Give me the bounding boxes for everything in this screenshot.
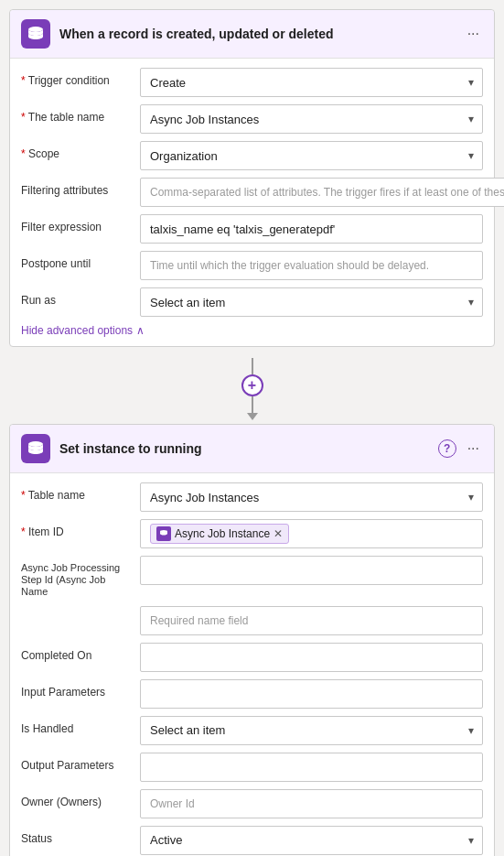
plus-icon: + (248, 377, 256, 394)
filtering-attributes-input[interactable]: Comma-separated list of attributes. The … (140, 178, 504, 207)
async-job-step-row: Async Job Processing Step Id (Async Job … (21, 556, 483, 599)
token-db-icon (156, 526, 171, 541)
run-as-select[interactable]: Select an item (140, 287, 483, 317)
status-select-wrapper: Active (140, 826, 483, 855)
is-handled-row: Is Handled Select an item (21, 716, 483, 745)
run-as-control: Select an item (140, 287, 483, 317)
svg-point-1 (28, 441, 43, 447)
owner-control (140, 789, 483, 818)
connector: + (9, 354, 495, 424)
action-table-name-label: Table name (21, 482, 140, 504)
filtering-attributes-label: Filtering attributes (21, 178, 140, 199)
is-handled-control: Select an item (140, 716, 483, 745)
trigger-header-icon (21, 19, 50, 49)
trigger-table-name-select[interactable]: Async Job Instances (140, 104, 483, 134)
action-table-name-select[interactable]: Async Job Instances (140, 482, 483, 512)
output-parameters-input[interactable] (140, 753, 483, 782)
is-handled-select-wrapper: Select an item (140, 716, 483, 745)
required-name-input[interactable] (140, 606, 483, 635)
action-item-id-row: Item ID Async Job Instance ✕ (21, 519, 483, 548)
action-card-title: Set instance to running (59, 441, 438, 456)
action-card-header: Set instance to running ? ··· (10, 425, 494, 473)
trigger-scope-select[interactable]: Organization (140, 141, 483, 170)
trigger-scope-row: Scope Organization (21, 141, 483, 170)
token-database-icon (159, 529, 168, 538)
status-row: Status Active (21, 826, 483, 855)
trigger-card-header: When a record is created, updated or del… (10, 10, 494, 59)
input-parameters-row: Input Parameters (21, 679, 483, 709)
status-control: Active (140, 826, 483, 855)
trigger-table-name-row: The table name Async Job Instances (21, 104, 483, 134)
is-handled-select[interactable]: Select an item (140, 716, 483, 745)
trigger-condition-select[interactable]: Create (140, 68, 483, 97)
postpone-until-row: Postpone until Time until which the trig… (21, 251, 483, 280)
action-more-button[interactable]: ··· (464, 439, 483, 459)
status-select[interactable]: Active (140, 826, 483, 855)
output-parameters-row: Output Parameters (21, 753, 483, 782)
token-close-button[interactable]: ✕ (273, 528, 283, 539)
filter-expression-input[interactable] (140, 214, 483, 244)
async-job-instance-token: Async Job Instance ✕ (150, 524, 289, 544)
action-table-name-select-wrapper: Async Job Instances (140, 482, 483, 512)
action-item-id-label: Item ID (21, 519, 140, 540)
filter-expression-control (140, 214, 483, 244)
database-icon (27, 25, 45, 43)
completed-on-control (140, 643, 483, 672)
output-parameters-control (140, 753, 483, 782)
trigger-condition-label: Trigger condition (21, 68, 140, 89)
postpone-until-label: Postpone until (21, 251, 140, 272)
input-parameters-label: Input Parameters (21, 679, 140, 700)
trigger-scope-control: Organization (140, 141, 483, 170)
is-handled-label: Is Handled (21, 716, 140, 737)
trigger-scope-label: Scope (21, 141, 140, 162)
trigger-card-actions: ··· (464, 24, 483, 44)
trigger-table-name-select-wrapper: Async Job Instances (140, 104, 483, 134)
required-name-control (140, 606, 483, 635)
connector-line-top (252, 358, 253, 374)
owner-input[interactable] (140, 789, 483, 818)
trigger-condition-control: Create (140, 68, 483, 97)
filtering-attributes-control: Comma-separated list of attributes. The … (140, 178, 504, 207)
token-label: Async Job Instance (175, 527, 270, 540)
postpone-until-input[interactable]: Time until which the trigger evaluation … (140, 251, 483, 280)
filtering-attributes-placeholder: Comma-separated list of attributes. The … (150, 186, 504, 199)
completed-on-input[interactable] (140, 643, 483, 672)
svg-point-0 (28, 27, 43, 32)
trigger-table-name-control: Async Job Instances (140, 104, 483, 134)
trigger-card-body: Trigger condition Create The table name … (10, 59, 494, 346)
trigger-card-title: When a record is created, updated or del… (59, 27, 464, 41)
async-job-step-control (140, 556, 483, 585)
postpone-until-placeholder: Time until which the trigger evaluation … (150, 259, 429, 272)
action-item-id-field[interactable]: Async Job Instance ✕ (140, 519, 483, 548)
action-table-name-control: Async Job Instances (140, 482, 483, 512)
chevron-up-icon: ∧ (136, 324, 145, 337)
action-card: Set instance to running ? ··· Table name… (9, 424, 495, 856)
filter-expression-row: Filter expression (21, 214, 483, 244)
owner-row: Owner (Owners) (21, 789, 483, 818)
action-card-actions: ? ··· (438, 439, 483, 459)
trigger-condition-select-wrapper: Create (140, 68, 483, 97)
action-item-id-control: Async Job Instance ✕ (140, 519, 483, 548)
owner-label: Owner (Owners) (21, 789, 140, 810)
completed-on-label: Completed On (21, 643, 140, 664)
action-header-icon (21, 434, 50, 463)
add-step-button[interactable]: + (241, 374, 263, 396)
trigger-hide-advanced-label: Hide advanced options (21, 324, 133, 337)
run-as-row: Run as Select an item (21, 287, 483, 317)
connector-line-bottom (252, 396, 253, 413)
filtering-attributes-row: Filtering attributes Comma-separated lis… (21, 178, 483, 207)
async-job-step-input[interactable] (140, 556, 483, 585)
database-icon-2 (27, 439, 45, 458)
postpone-until-control: Time until which the trigger evaluation … (140, 251, 483, 280)
input-parameters-input[interactable] (140, 679, 483, 709)
trigger-scope-select-wrapper: Organization (140, 141, 483, 170)
trigger-condition-row: Trigger condition Create (21, 68, 483, 97)
input-parameters-control (140, 679, 483, 709)
action-card-body: Table name Async Job Instances Item ID (10, 473, 494, 856)
trigger-card: When a record is created, updated or del… (9, 9, 495, 347)
required-name-label (21, 606, 140, 612)
status-label: Status (21, 826, 140, 847)
trigger-more-button[interactable]: ··· (464, 24, 483, 44)
action-help-button[interactable]: ? (438, 439, 456, 458)
trigger-hide-advanced-button[interactable]: Hide advanced options ∧ (21, 324, 145, 337)
